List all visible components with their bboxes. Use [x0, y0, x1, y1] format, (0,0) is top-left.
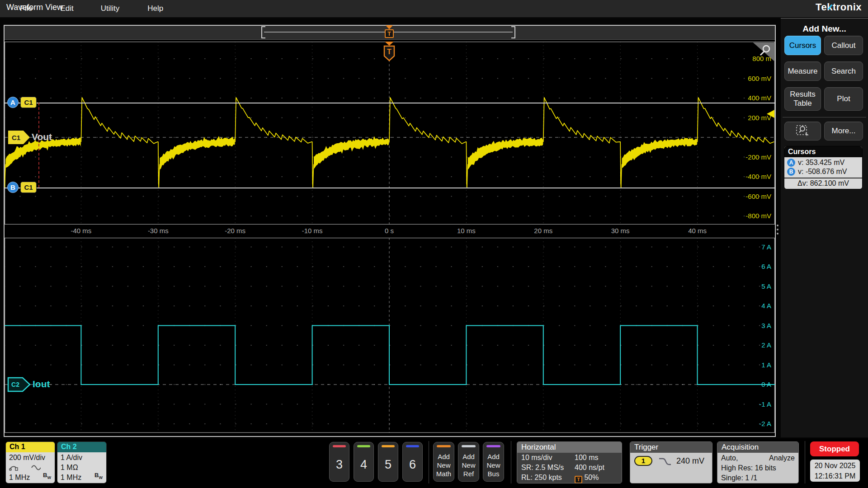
time-axis-tick: 10 ms: [448, 227, 484, 235]
time-axis-tick: 0 s: [371, 227, 407, 235]
date: 20 Nov 2025: [810, 460, 860, 471]
ch4-button[interactable]: 4: [354, 442, 374, 482]
ch2-handle[interactable]: C2: [7, 377, 31, 392]
cursor-delta-value: Δv: 862.100 mV: [784, 178, 862, 189]
sidebar: Add New... Cursors Callout Measure Searc…: [781, 18, 868, 437]
trigger-t-icon: T: [385, 29, 394, 38]
menu-utility[interactable]: Utility: [101, 0, 120, 17]
cursor-b-icon: B: [787, 168, 795, 176]
waveform-view-title: Waveform View: [6, 3, 63, 12]
navigator-trigger-marker[interactable]: T: [384, 25, 395, 39]
measure-button[interactable]: Measure: [784, 61, 821, 81]
record-length: RL: 250 kpts: [521, 474, 562, 482]
cursor-a-line[interactable]: [5, 103, 775, 103]
cursor-a-value: v: 353.425 mV: [798, 159, 844, 167]
menu-bar: File Edit Utility Help Tektronix: [0, 0, 868, 18]
navigator-left-bracket[interactable]: [261, 26, 265, 38]
cursor-a-dot[interactable]: A: [7, 97, 19, 108]
results-table-button[interactable]: Results Table: [784, 87, 821, 111]
trigger-t-icon: T: [575, 476, 582, 483]
time-axis-tick: -10 ms: [294, 227, 330, 235]
oscilloscope-screen: File Edit Utility Help Tektronix Wavefor…: [0, 0, 868, 488]
search-button[interactable]: Search: [824, 61, 863, 81]
vout-waveform-plot[interactable]: [5, 42, 775, 225]
bottom-bar: Ch 1 200 mV/div 1 MHz BW Ch 2: [0, 438, 868, 488]
ch2-badge[interactable]: Ch 2 1 A/div 1 MΩ 1 MHz BW: [57, 441, 107, 483]
acquisition-badge[interactable]: Acquisition Auto, Analyze High Res: 16 b…: [717, 441, 799, 483]
ch1-badge-title: Ch 1: [6, 442, 55, 452]
acquisition-title: Acquisition: [717, 442, 798, 453]
ch1-scale: 200 mV/div: [9, 453, 55, 463]
trigger-source-chip[interactable]: 1: [634, 456, 652, 466]
add-new-title: Add New...: [781, 24, 868, 34]
panel-resize-grip[interactable]: [777, 225, 778, 226]
horizontal-navigator[interactable]: T: [261, 26, 515, 38]
trigger-triangle-icon: [386, 25, 393, 29]
trigger-position: T 50%: [575, 474, 599, 483]
add-new-math-button[interactable]: Add New Math: [433, 442, 454, 482]
separator: [511, 441, 511, 483]
graticule-voltage[interactable]: [5, 42, 775, 225]
ch2-scale: 1 A/div: [61, 453, 106, 463]
separator: [805, 441, 805, 483]
add-new-ref-button[interactable]: Add New Ref: [458, 442, 479, 482]
trigger-title: Trigger: [630, 442, 712, 453]
trigger-level-arrow[interactable]: [767, 110, 774, 118]
trigger-badge[interactable]: Trigger 1 240 mV: [630, 441, 712, 483]
cursor-b-dot[interactable]: B: [7, 182, 19, 193]
horizontal-scale: 10 ms/div: [521, 454, 552, 462]
cursor-a-source-chip[interactable]: C1: [20, 97, 37, 108]
cursor-a-row: A v: 353.425 mV: [784, 157, 862, 167]
time-axis-tick: 20 ms: [525, 227, 561, 235]
navigator-right-bracket[interactable]: [511, 26, 515, 38]
ac-coupling-icon: [31, 465, 41, 471]
ch6-color-stripe: [406, 445, 419, 447]
time-axis-tick: -40 ms: [63, 227, 99, 235]
zoom-select-icon: [795, 124, 811, 138]
trigger-level: 240 mV: [676, 456, 704, 466]
horizontal-window: 100 ms: [575, 454, 598, 462]
ch6-button[interactable]: 6: [402, 442, 423, 482]
cursor-a-icon: A: [787, 159, 795, 167]
acquisition-single: Single: 1 /1: [721, 473, 795, 483]
cursor-b-source-chip[interactable]: C1: [20, 182, 37, 193]
acquisition-detail: High Res: 16 bits: [721, 463, 795, 473]
ch5-button[interactable]: 5: [378, 442, 398, 482]
horizontal-badge[interactable]: Horizontal 10 ms/div 100 ms SR: 2.5 MS/s…: [517, 441, 622, 483]
probe-icon: [9, 464, 19, 471]
zoom-select-button[interactable]: [784, 122, 821, 141]
ref-color-stripe: [462, 445, 476, 447]
ch1-badge[interactable]: Ch 1 200 mV/div 1 MHz BW: [5, 441, 55, 483]
plot-button[interactable]: Plot: [824, 87, 863, 111]
svg-text:C2: C2: [11, 381, 19, 388]
separator: [429, 441, 429, 483]
cursors-panel-title: Cursors: [784, 146, 862, 157]
ch2-label: Iout: [33, 379, 50, 389]
menu-help[interactable]: Help: [147, 0, 163, 17]
iout-waveform-plot[interactable]: [5, 238, 775, 433]
iout-trace: [5, 326, 775, 385]
cursors-results-panel[interactable]: Cursors A v: 353.425 mV B v: -508.676 mV…: [784, 146, 863, 189]
acquisition-analyze: Analyze: [769, 453, 795, 463]
acquisition-mode: Auto,: [721, 453, 738, 463]
time: 12:16:31 PM: [810, 471, 860, 481]
run-stop-status-button[interactable]: Stopped: [810, 441, 859, 456]
callout-button[interactable]: Callout: [824, 36, 863, 55]
time-axis-tick: 40 ms: [679, 227, 716, 235]
time-axis-tick: 30 ms: [602, 227, 638, 235]
ch3-color-stripe: [333, 445, 346, 447]
cursors-button[interactable]: Cursors: [784, 36, 821, 55]
add-new-bus-button[interactable]: Add New Bus: [483, 442, 504, 482]
graticule-current[interactable]: [5, 238, 775, 433]
time-axis-tick: -20 ms: [217, 227, 253, 235]
ch3-button[interactable]: 3: [329, 442, 349, 482]
cursor-a-badge[interactable]: A C1: [7, 97, 37, 108]
datetime-display: 20 Nov 2025 12:16:31 PM: [810, 460, 860, 482]
bandwidth-limit-icon: BW: [94, 470, 103, 483]
cursor-b-row: B v: -508.676 mV: [784, 167, 862, 178]
more-button[interactable]: More...: [824, 122, 863, 141]
cursor-b-value: v: -508.676 mV: [798, 168, 847, 176]
cursor-b-line[interactable]: [5, 188, 775, 188]
cursor-b-badge[interactable]: B C1: [7, 182, 37, 193]
time-axis-tick: -30 ms: [140, 227, 176, 235]
